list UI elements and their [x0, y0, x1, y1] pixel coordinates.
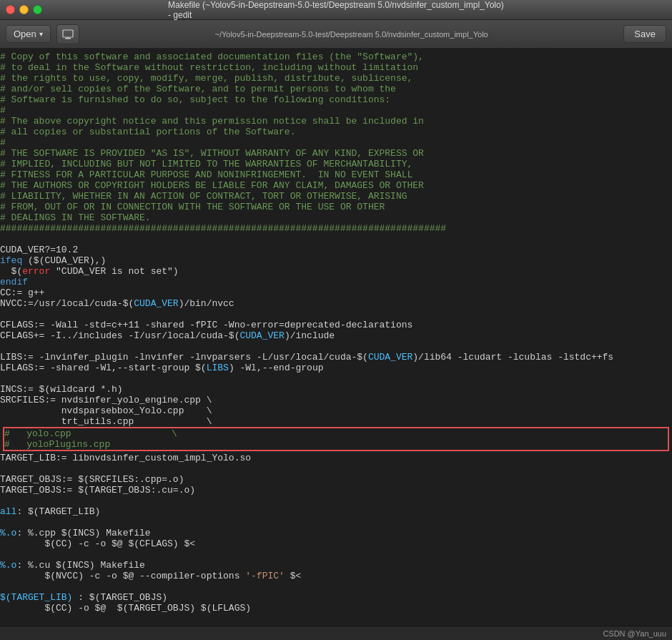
highlighted-block: # yolo.cpp \ # yoloPlugins.cpp: [3, 427, 669, 451]
open-button[interactable]: Open ▾: [6, 25, 51, 43]
save-button[interactable]: Save: [623, 25, 666, 43]
highlighted-code: # yolo.cpp \ # yoloPlugins.cpp: [4, 428, 668, 450]
window-title: Makefile (~Yolov5-in-Deepstream-5.0-test…: [168, 0, 504, 20]
window-controls[interactable]: [6, 5, 42, 14]
titlebar: Makefile (~Yolov5-in-Deepstream-5.0-test…: [0, 0, 672, 20]
preview-button[interactable]: [56, 24, 79, 44]
close-button[interactable]: [6, 5, 15, 14]
code-content: # Copy of this software and associated d…: [0, 51, 672, 427]
code-content-2: TARGET_LIB:= libnvdsinfer_custom_impl_Yo…: [0, 453, 672, 614]
minimize-button[interactable]: [19, 5, 29, 14]
toolbar: Open ▾ ~/Yolov5-in-Deepstream-5.0-test/D…: [0, 20, 672, 49]
statusbar: CSDN @Yan_uuu: [0, 626, 672, 640]
filepath-display: ~/Yolov5-in-Deepstream-5.0-test/Deepstre…: [85, 30, 618, 39]
svg-rect-0: [63, 30, 73, 37]
code-editor[interactable]: # Copy of this software and associated d…: [0, 49, 672, 626]
credit-text: CSDN @Yan_uuu: [603, 629, 666, 638]
svg-rect-1: [65, 38, 71, 39]
open-label: Open: [14, 29, 36, 39]
preview-icon: [62, 29, 74, 39]
dropdown-arrow-icon: ▾: [39, 30, 43, 38]
maximize-button[interactable]: [33, 5, 42, 14]
